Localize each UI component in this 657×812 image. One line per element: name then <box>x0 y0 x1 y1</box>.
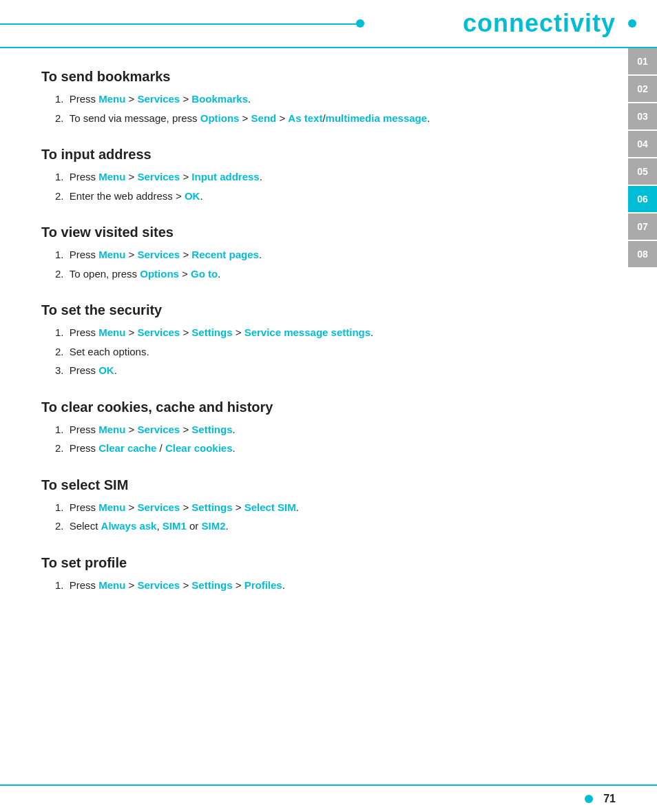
normal-text: . <box>248 93 251 105</box>
cyan-text: Menu <box>98 171 125 183</box>
normal-text: Press <box>70 249 99 260</box>
normal-text: Press <box>70 442 99 454</box>
step-number: 1. <box>55 93 67 105</box>
normal-text: Press <box>70 364 99 376</box>
normal-text: . <box>218 268 220 280</box>
cyan-text: OK <box>98 364 114 376</box>
section-input-address: To input address1. Press Menu > Services… <box>41 147 551 204</box>
step-2: 2. Enter the web address > OK. <box>55 189 551 205</box>
normal-text: Enter the web address > <box>70 190 185 202</box>
cyan-text: Bookmarks <box>191 93 248 105</box>
normal-text: . <box>296 501 299 513</box>
normal-text: > <box>233 579 244 591</box>
step-number: 1. <box>55 579 67 591</box>
normal-text: . <box>200 190 202 202</box>
normal-text: > <box>125 501 137 513</box>
main-content: To send bookmarks1. Press Menu > Service… <box>0 48 599 655</box>
cyan-text: Options <box>200 112 240 124</box>
normal-text: > <box>125 171 137 183</box>
normal-text: . <box>371 326 373 338</box>
normal-text: > <box>125 93 137 105</box>
normal-text: Press <box>70 93 99 105</box>
step-number: 2. <box>55 442 67 454</box>
page-title: connectivity <box>463 9 616 38</box>
normal-text: > <box>125 326 137 338</box>
header-dot-right <box>628 19 636 28</box>
cyan-text: Settings <box>191 501 232 513</box>
header-dot-left <box>356 19 364 28</box>
cyan-text: Services <box>137 93 180 105</box>
step-1: 1. Press Menu > Services > Recent pages. <box>55 247 551 263</box>
normal-text: . <box>233 424 236 435</box>
step-number: 2. <box>55 112 67 124</box>
normal-text: > <box>125 249 137 260</box>
cyan-text: Services <box>137 579 180 591</box>
cyan-text: Send <box>251 112 277 124</box>
normal-text: , <box>156 520 162 532</box>
cyan-text: SIM2 <box>201 520 225 532</box>
section-view-visited-sites: To view visited sites1. Press Menu > Ser… <box>41 225 551 282</box>
step-number: 1. <box>55 326 67 338</box>
normal-text: / <box>156 442 165 454</box>
step-number: 1. <box>55 501 67 513</box>
cyan-text: Options <box>140 268 179 280</box>
normal-text: Press <box>70 171 99 183</box>
normal-text: > <box>180 424 191 435</box>
cyan-text: Clear cache <box>98 442 156 454</box>
normal-text: > <box>180 579 191 591</box>
page-header: connectivity <box>0 0 657 48</box>
cyan-text: Menu <box>98 579 125 591</box>
chapter-item-04[interactable]: 04 <box>628 131 657 157</box>
cyan-text: Service message settings <box>244 326 371 338</box>
chapter-item-08[interactable]: 08 <box>628 241 657 267</box>
normal-text: Press <box>70 326 99 338</box>
section-title-send-bookmarks: To send bookmarks <box>41 69 551 85</box>
section-title-view-visited-sites: To view visited sites <box>41 225 551 240</box>
cyan-text: Services <box>137 326 180 338</box>
cyan-text: Settings <box>191 424 232 435</box>
normal-text: or <box>187 520 202 532</box>
cyan-text: Menu <box>98 424 125 435</box>
step-number: 2. <box>55 346 67 357</box>
section-title-set-security: To set the security <box>41 302 551 318</box>
cyan-text: Settings <box>191 579 232 591</box>
section-send-bookmarks: To send bookmarks1. Press Menu > Service… <box>41 69 551 126</box>
cyan-text: Menu <box>98 249 125 260</box>
chapter-item-07[interactable]: 07 <box>628 214 657 240</box>
normal-text: > <box>125 579 137 591</box>
cyan-text: Services <box>137 249 180 260</box>
chapter-item-03[interactable]: 03 <box>628 103 657 129</box>
step-1: 1. Press Menu > Services > Input address… <box>55 169 551 185</box>
normal-text: > <box>276 112 288 124</box>
chapter-item-06[interactable]: 06 <box>628 186 657 212</box>
step-2: 2. Set each options. <box>55 344 551 360</box>
normal-text: . <box>259 249 262 260</box>
section-title-set-profile: To set profile <box>41 555 551 571</box>
section-clear-cookies: To clear cookies, cache and history1. Pr… <box>41 399 551 457</box>
step-2: 2. To open, press Options > Go to. <box>55 267 551 282</box>
section-title-input-address: To input address <box>41 147 551 163</box>
chapter-item-05[interactable]: 05 <box>628 158 657 185</box>
step-1: 1. Press Menu > Services > Bookmarks. <box>55 92 551 107</box>
normal-text: To open, press <box>70 268 140 280</box>
section-title-clear-cookies: To clear cookies, cache and history <box>41 399 551 415</box>
header-line <box>0 23 362 25</box>
step-1: 1. Press Menu > Services > Settings > Pr… <box>55 578 551 594</box>
normal-text: > <box>239 112 251 124</box>
chapter-item-02[interactable]: 02 <box>628 76 657 102</box>
chapter-item-01[interactable]: 01 <box>628 48 657 74</box>
normal-text: > <box>180 171 191 183</box>
section-set-security: To set the security1. Press Menu > Servi… <box>41 302 551 379</box>
step-number: 2. <box>55 190 67 202</box>
normal-text: > <box>125 424 137 435</box>
chapter-navigation: 0102030405060708 <box>628 48 657 269</box>
step-1: 1. Press Menu > Services > Settings > Se… <box>55 500 551 516</box>
normal-text: > <box>233 501 244 513</box>
normal-text: > <box>180 249 191 260</box>
cyan-text: Menu <box>98 326 125 338</box>
cyan-text: Services <box>137 501 180 513</box>
step-2: 2. To send via message, press Options > … <box>55 111 551 127</box>
normal-text: > <box>180 93 191 105</box>
step-2: 2. Select Always ask, SIM1 or SIM2. <box>55 519 551 534</box>
cyan-text: Always ask <box>101 520 157 532</box>
